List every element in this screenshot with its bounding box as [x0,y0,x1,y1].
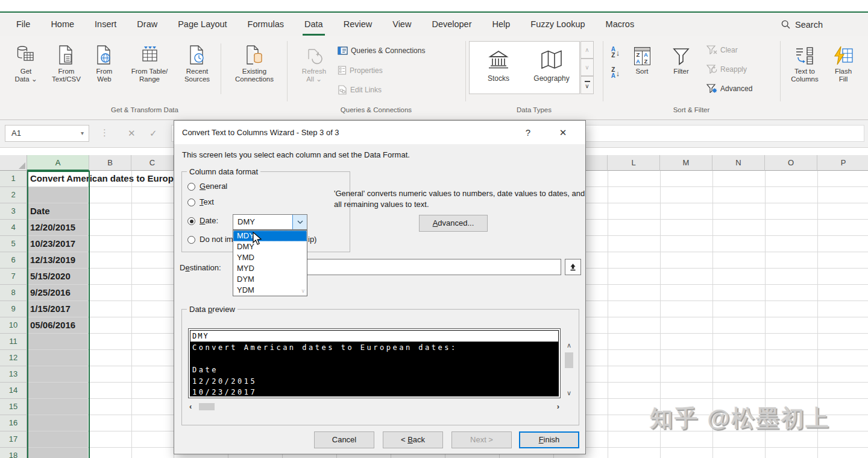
back-button[interactable]: < Back [383,431,443,448]
sort-ascending-button[interactable]: AZ ↓ [606,43,624,62]
search-control[interactable]: Search [781,13,823,36]
row-header-15[interactable]: 15 [0,399,27,415]
get-data-button[interactable]: Get Data ⌄ [8,41,43,83]
scroll-down-icon[interactable]: ∨ [563,389,575,397]
column-header-m[interactable]: M [660,155,712,171]
column-header-b[interactable]: B [89,155,131,171]
dialog-close-button[interactable]: ✕ [554,121,572,144]
date-format-combobox[interactable]: DMY [233,214,307,230]
dropdown-option-mdy[interactable]: MDY [233,231,307,241]
row-header-6[interactable]: 6 [0,252,27,269]
row-header-9[interactable]: 9 [0,301,27,317]
row-header-3[interactable]: 3 [0,203,27,220]
preview-column-header[interactable]: DMY [190,330,559,342]
cell-a5[interactable]: 10/23/2017 [30,238,75,249]
dropdown-option-ydm[interactable]: YDM [233,285,307,296]
tab-formulas[interactable]: Formulas [237,13,294,36]
sort-descending-button[interactable]: ZA ↓ [606,64,624,82]
queries-connections-button[interactable]: Queries & Connections [338,46,425,55]
recent-sources-button[interactable]: Recent Sources [178,41,216,83]
column-header-p[interactable]: P [817,155,868,171]
cell-a9[interactable]: 1/15/2017 [30,304,71,314]
confirm-entry-icon[interactable]: ✓ [149,127,157,139]
tab-macros[interactable]: Macros [596,13,645,36]
row-header-18[interactable]: 18 [0,448,27,458]
general-radio[interactable] [187,183,195,191]
cell-a4[interactable]: 12/20/2015 [30,222,75,232]
row-header-2[interactable]: 2 [0,187,27,203]
column-header-c[interactable]: C [131,155,174,171]
text-radio[interactable] [187,199,195,206]
row-header-14[interactable]: 14 [0,383,27,399]
from-web-button[interactable]: From Web [88,41,121,83]
tab-insert[interactable]: Insert [84,13,127,36]
stocks-button[interactable]: Stocks [473,44,524,83]
tab-help[interactable]: Help [482,13,521,36]
tab-home[interactable]: Home [40,13,84,36]
edit-links-button[interactable]: Edit Links [338,85,382,95]
next-button[interactable]: Next > [451,431,512,448]
dropdown-option-myd[interactable]: MYD [233,263,307,274]
row-header-10[interactable]: 10 [0,317,27,334]
scroll-up-icon[interactable]: ∧ [563,342,575,349]
cell-a10[interactable]: 05/06/2016 [30,320,75,330]
column-header-o[interactable]: O [765,155,817,171]
dropdown-option-dym[interactable]: DYM [233,274,307,285]
row-header-11[interactable]: 11 [0,334,27,350]
tab-view[interactable]: View [382,13,421,36]
dropdown-option-ymd[interactable]: YMD [233,252,307,263]
row-header-13[interactable]: 13 [0,366,27,383]
flash-fill-button[interactable]: Flash Fill [827,41,860,83]
preview-selected-column[interactable]: Convert American dates to European dates… [190,342,559,396]
tab-draw[interactable]: Draw [127,13,168,36]
horizontal-scroll-thumb[interactable] [199,403,215,410]
cell-a7[interactable]: 5/15/2020 [30,271,71,281]
cell-a6[interactable]: 12/13/2019 [30,255,75,265]
name-box[interactable]: A1 ▾ [5,125,89,142]
tab-data[interactable]: Data [294,13,333,36]
scroll-left-icon[interactable]: ‹ [189,402,192,412]
column-header-a[interactable]: A [27,155,89,171]
reapply-filter-button[interactable]: Reapply [706,65,747,74]
finish-button[interactable]: Finish [519,431,579,448]
row-header-12[interactable]: 12 [0,350,27,366]
column-header-l[interactable]: L [608,155,660,171]
dialog-titlebar[interactable]: Convert Text to Columns Wizard - Step 3 … [174,121,585,144]
tab-review[interactable]: Review [333,13,383,36]
column-header-n[interactable]: N [712,155,765,171]
gallery-up-button[interactable]: ∧ [580,41,594,59]
advanced-filter-button[interactable]: Advanced [706,84,752,93]
gallery-more-button[interactable]: ∨ [580,76,594,94]
row-header-4[interactable]: 4 [0,220,27,236]
data-preview-table[interactable]: DMY Convert American dates to European d… [188,328,561,398]
formula-bar-handle[interactable]: ⋮ [100,127,109,138]
clear-filter-button[interactable]: Clear [706,45,738,54]
scroll-right-icon[interactable]: › [557,402,559,412]
refresh-all-button[interactable]: Refresh All ⌄ [295,41,333,83]
row-header-16[interactable]: 16 [0,415,27,431]
from-text-csv-button[interactable]: From Text/CSV [48,41,84,83]
cancel-entry-icon[interactable]: ✕ [128,127,136,139]
row-header-5[interactable]: 5 [0,236,27,252]
row-header-1[interactable]: 1 [0,171,27,187]
row-header-7[interactable]: 7 [0,269,27,285]
text-to-columns-button[interactable]: Text to Columns [785,41,824,83]
tab-page-layout[interactable]: Page Layout [168,13,237,36]
properties-button[interactable]: Properties [338,66,383,75]
name-box-caret-icon[interactable]: ▾ [81,126,84,141]
preview-horizontal-scrollbar[interactable]: ‹ › [188,402,561,412]
tab-developer[interactable]: Developer [421,13,482,36]
vertical-scroll-thumb[interactable] [565,352,573,368]
tab-file[interactable]: File [6,13,40,36]
dialog-help-button[interactable]: ? [519,121,537,144]
cell-a8[interactable]: 9/25/2016 [30,287,71,297]
dropdown-option-dmy[interactable]: DMY [233,241,307,252]
row-header-8[interactable]: 8 [0,285,27,301]
collapse-dialog-button[interactable] [565,259,581,275]
row-header-17[interactable]: 17 [0,431,27,448]
skip-column-radio[interactable] [187,236,195,244]
cancel-button[interactable]: Cancel [314,431,374,448]
geography-button[interactable]: Geography [526,44,577,83]
sort-button[interactable]: ZAAZ Sort [627,41,657,75]
combobox-arrow-button[interactable] [292,215,307,229]
